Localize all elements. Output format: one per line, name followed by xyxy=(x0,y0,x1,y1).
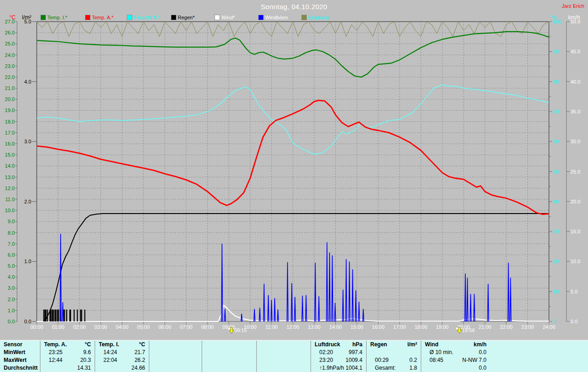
table-row: 08:45N-NW 7.0 xyxy=(421,356,490,364)
svg-text:12:00: 12:00 xyxy=(287,324,300,330)
svg-text:7.0: 7.0 xyxy=(8,241,15,247)
svg-text:19:00: 19:00 xyxy=(436,324,449,330)
legend-label: Windböen xyxy=(265,15,288,20)
svg-text:22.0: 22.0 xyxy=(5,74,15,80)
table-row: 24.66 xyxy=(95,364,149,372)
svg-text:40.0: 40.0 xyxy=(571,79,580,85)
table-row: Durchschnitt xyxy=(0,364,40,372)
svg-text:40: 40 xyxy=(553,199,559,204)
legend-item-windboeen: Windböen xyxy=(259,15,288,20)
svg-text:24.0: 24.0 xyxy=(5,52,15,58)
svg-text:0: 0 xyxy=(553,319,556,324)
table-row: Windkm/h xyxy=(421,341,490,349)
station-name: Jarz Erich xyxy=(562,3,584,9)
svg-text:18.0: 18.0 xyxy=(5,119,15,124)
rain-axis-unit: l/m² xyxy=(17,14,31,21)
svg-text:21:00: 21:00 xyxy=(479,324,492,330)
svg-text:16:00: 16:00 xyxy=(372,324,385,330)
svg-text:14:00: 14:00 xyxy=(329,324,342,330)
humidity-axis-unit: % xyxy=(552,14,557,21)
table-row: MaxWert xyxy=(0,356,40,364)
marker-time-label: 19:56 xyxy=(462,327,475,333)
table-row: 22:0426.2 xyxy=(95,356,149,364)
svg-text:11.0: 11.0 xyxy=(5,197,15,202)
svg-text:6.0: 6.0 xyxy=(8,252,15,258)
table-row: 02:20997.4 xyxy=(311,349,366,356)
svg-text:10.0: 10.0 xyxy=(5,208,15,213)
svg-text:4.0: 4.0 xyxy=(24,79,31,85)
svg-text:10.0: 10.0 xyxy=(571,259,580,264)
svg-text:23:00: 23:00 xyxy=(521,324,534,330)
legend-label: Temp. A.* xyxy=(92,15,113,20)
table-row: Gesamt:1.8 xyxy=(367,364,421,372)
svg-text:01:00: 01:00 xyxy=(52,324,65,330)
svg-text:4.0: 4.0 xyxy=(8,274,15,280)
time-marker-evening: 19:56 xyxy=(456,327,475,334)
status-table: Sensor MinWert MaxWert Durchschnitt Temp… xyxy=(0,340,588,372)
status-col-filler xyxy=(490,341,588,372)
svg-text:15.0: 15.0 xyxy=(5,152,15,158)
page-title: Sonntag, 04.10.2020 xyxy=(0,3,588,11)
status-col-empty-2 xyxy=(202,341,257,372)
svg-text:1.0: 1.0 xyxy=(8,308,15,313)
svg-text:25.0: 25.0 xyxy=(571,169,580,175)
svg-text:0.0: 0.0 xyxy=(24,319,31,324)
legend-item-feuchte: Feuchte A.* xyxy=(127,15,160,20)
status-col-wind: Windkm/h Ø 10 min.0.0 08:45N-NW 7.0 0.0 xyxy=(421,341,490,372)
svg-text:15:00: 15:00 xyxy=(351,324,363,330)
svg-text:30: 30 xyxy=(553,229,559,234)
svg-text:25.0: 25.0 xyxy=(5,41,15,46)
svg-text:8.0: 8.0 xyxy=(8,230,15,236)
status-col-temp-i: Temp. I.°C 14:2421.7 22:0426.2 24.66 xyxy=(95,341,149,372)
status-col-empty-1 xyxy=(149,341,202,372)
feuchte-swatch-icon xyxy=(127,15,132,20)
svg-text:21.0: 21.0 xyxy=(5,85,15,91)
svg-text:14.0: 14.0 xyxy=(5,163,15,169)
svg-text:30.0: 30.0 xyxy=(571,139,580,144)
sun-event-icon xyxy=(228,327,234,334)
table-row: 23:259.6 xyxy=(40,349,95,356)
svg-text:2.0: 2.0 xyxy=(8,297,15,302)
svg-text:22:00: 22:00 xyxy=(500,324,513,330)
svg-text:06:00: 06:00 xyxy=(158,324,171,330)
svg-text:17.0: 17.0 xyxy=(5,130,15,135)
marker-time-label: 09:15 xyxy=(234,327,247,333)
svg-text:11:00: 11:00 xyxy=(266,324,278,330)
temp-i-swatch-icon xyxy=(41,15,45,20)
table-row: Regenl/m² xyxy=(367,341,421,349)
svg-text:08:00: 08:00 xyxy=(201,324,214,330)
svg-text:3.0: 3.0 xyxy=(8,285,15,291)
legend-item-empfang: Empfang xyxy=(302,15,328,20)
table-row: 00:290.2 xyxy=(367,356,421,364)
svg-text:13.0: 13.0 xyxy=(5,175,15,180)
table-row: LuftdruckhPa xyxy=(311,341,366,349)
table-row: MinWert xyxy=(0,349,40,356)
legend-item-temp-i: Temp. I.* xyxy=(41,15,67,20)
svg-text:18:00: 18:00 xyxy=(414,324,427,330)
table-row: Temp. I.°C xyxy=(95,341,149,349)
svg-text:50: 50 xyxy=(553,169,559,175)
svg-text:24:00: 24:00 xyxy=(543,324,555,330)
svg-text:0.0: 0.0 xyxy=(571,319,577,324)
svg-text:23.0: 23.0 xyxy=(5,63,15,69)
legend-label: Feuchte A.* xyxy=(134,15,160,20)
svg-text:60: 60 xyxy=(553,139,559,144)
legend-item-regen: Regen* xyxy=(171,15,195,20)
table-row: 0.0 xyxy=(421,364,490,372)
wind-swatch-icon xyxy=(215,15,220,20)
svg-text:04:00: 04:00 xyxy=(116,324,129,330)
svg-text:12.0: 12.0 xyxy=(5,186,15,191)
svg-text:15.0: 15.0 xyxy=(571,229,580,234)
legend-item-wind: Wind* xyxy=(215,15,235,20)
legend-label: Wind* xyxy=(221,15,235,20)
svg-text:13:00: 13:00 xyxy=(308,324,321,330)
table-row: ↑1.9hPa/h1004.1 xyxy=(311,364,366,372)
weather-app-window: 0.01.02.03.04.05.06.07.08.09.010.011.012… xyxy=(0,0,588,372)
svg-text:1.0: 1.0 xyxy=(24,259,31,264)
temp-axis-unit: °C xyxy=(3,14,16,21)
svg-text:70: 70 xyxy=(553,109,559,114)
svg-text:19.0: 19.0 xyxy=(5,107,15,113)
weather-chart: 0.01.02.03.04.05.06.07.08.09.010.011.012… xyxy=(0,0,588,340)
legend-label: Empfang xyxy=(308,15,328,20)
svg-text:20.0: 20.0 xyxy=(571,199,580,204)
